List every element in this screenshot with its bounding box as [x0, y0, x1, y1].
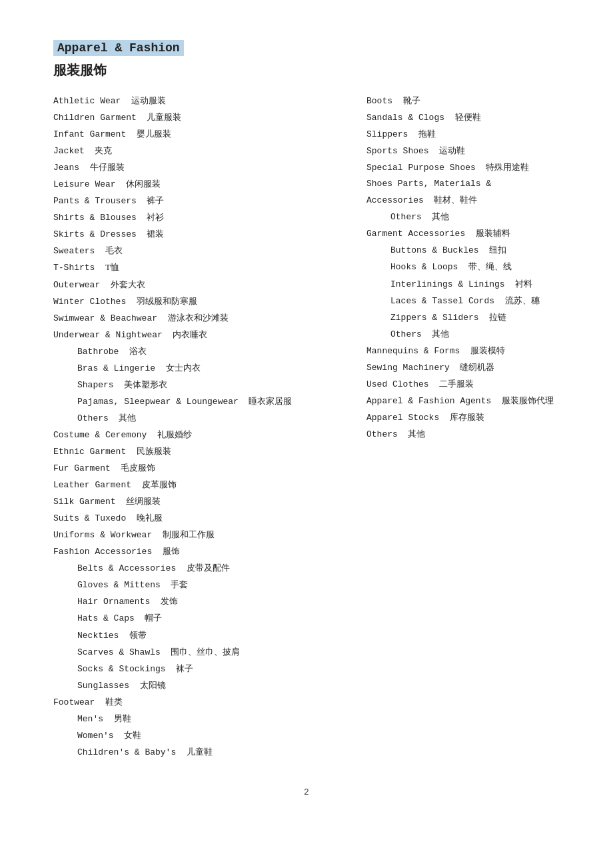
list-item: Neckties 领带	[53, 627, 353, 644]
list-item: Shirts & Blouses 衬衫	[53, 209, 353, 226]
list-item: Sandals & Clogs 轻便鞋	[366, 109, 560, 126]
list-item: Skirts & Dresses 裙装	[53, 226, 353, 243]
list-item: Sports Shoes 运动鞋	[366, 143, 560, 159]
list-item: Jeans 牛仔服装	[53, 159, 353, 176]
list-item: Laces & Tassel Cords 流苏、穗	[366, 293, 560, 309]
list-item: Shoes Parts, Materials & Accessories 鞋材、…	[366, 176, 560, 209]
list-item: Pajamas, Sleepwear & Loungewear 睡衣家居服	[53, 393, 353, 410]
list-item: Belts & Accessories 皮带及配件	[53, 560, 353, 577]
right-column: Boots 靴子Sandals & Clogs 轻便鞋Slippers 拖鞋Sp…	[353, 93, 560, 761]
list-item: Fashion Accessories 服饰	[53, 543, 353, 560]
list-item: Women's 女鞋	[53, 727, 353, 744]
list-item: Uniforms & Workwear 制服和工作服	[53, 527, 353, 543]
list-item: Apparel & Fashion Agents 服装服饰代理	[366, 393, 560, 409]
page-number: 2	[53, 787, 560, 797]
list-item: Special Purpose Shoes 特殊用途鞋	[366, 159, 560, 176]
list-item: Buttons & Buckles 纽扣	[366, 242, 560, 259]
list-item: Men's 男鞋	[53, 711, 353, 727]
list-item: Hats & Caps 帽子	[53, 610, 353, 627]
list-item: Others 其他	[366, 426, 560, 443]
list-item: Interlinings & Linings 衬料	[366, 276, 560, 293]
list-item: Infant Garment 婴儿服装	[53, 126, 353, 143]
list-item: Athletic Wear 运动服装	[53, 93, 353, 109]
list-item: Others 其他	[366, 326, 560, 343]
list-item: Gloves & Mittens 手套	[53, 577, 353, 593]
list-item: T-Shirts T恤	[53, 259, 353, 276]
list-item: Children's & Baby's 儿童鞋	[53, 744, 353, 761]
list-item: Socks & Stockings 袜子	[53, 661, 353, 677]
page-title-en: Apparel & Fashion	[53, 40, 184, 56]
list-item: Silk Garment 丝绸服装	[53, 493, 353, 510]
list-item: Used Clothes 二手服装	[366, 376, 560, 393]
list-item: Jacket 夹克	[53, 143, 353, 159]
list-item: Apparel Stocks 库存服装	[366, 409, 560, 426]
list-item: Others 其他	[366, 209, 560, 225]
list-item: Slippers 拖鞋	[366, 126, 560, 143]
left-column: Athletic Wear 运动服装Children Garment 儿童服装I…	[53, 93, 353, 761]
list-item: Children Garment 儿童服装	[53, 109, 353, 126]
list-item: Pants & Trousers 裤子	[53, 193, 353, 209]
list-item: Sunglasses 太阳镜	[53, 677, 353, 694]
list-item: Shapers 美体塑形衣	[53, 377, 353, 393]
list-item: Footwear 鞋类	[53, 694, 353, 711]
list-item: Costume & Ceremony 礼服婚纱	[53, 427, 353, 443]
list-item: Winter Clothes 羽绒服和防寒服	[53, 293, 353, 310]
page-title-cn: 服装服饰	[53, 61, 560, 79]
list-item: Ethnic Garment 民族服装	[53, 443, 353, 460]
list-item: Sewing Machinery 缝纫机器	[366, 359, 560, 376]
list-item: Hair Ornaments 发饰	[53, 593, 353, 610]
list-item: Sweaters 毛衣	[53, 243, 353, 259]
list-item: Fur Garment 毛皮服饰	[53, 460, 353, 477]
list-item: Leather Garment 皮革服饰	[53, 477, 353, 493]
list-item: Outerwear 外套大衣	[53, 277, 353, 293]
list-item: Boots 靴子	[366, 93, 560, 109]
list-item: Hooks & Loops 带、绳、线	[366, 259, 560, 275]
list-item: Suits & Tuxedo 晚礼服	[53, 510, 353, 527]
list-item: Scarves & Shawls 围巾、丝巾、披肩	[53, 644, 353, 661]
list-item: Underwear & Nightwear 内衣睡衣	[53, 327, 353, 343]
list-item: Bras & Lingerie 女士内衣	[53, 360, 353, 377]
list-item: Mannequins & Forms 服装模特	[366, 343, 560, 359]
list-item: Garment Accessories 服装辅料	[366, 225, 560, 242]
list-item: Zippers & Sliders 拉链	[366, 309, 560, 326]
list-item: Swimwear & Beachwear 游泳衣和沙滩装	[53, 310, 353, 327]
list-item: Leisure Wear 休闲服装	[53, 176, 353, 193]
list-item: Others 其他	[53, 410, 353, 427]
list-item: Bathrobe 浴衣	[53, 343, 353, 360]
